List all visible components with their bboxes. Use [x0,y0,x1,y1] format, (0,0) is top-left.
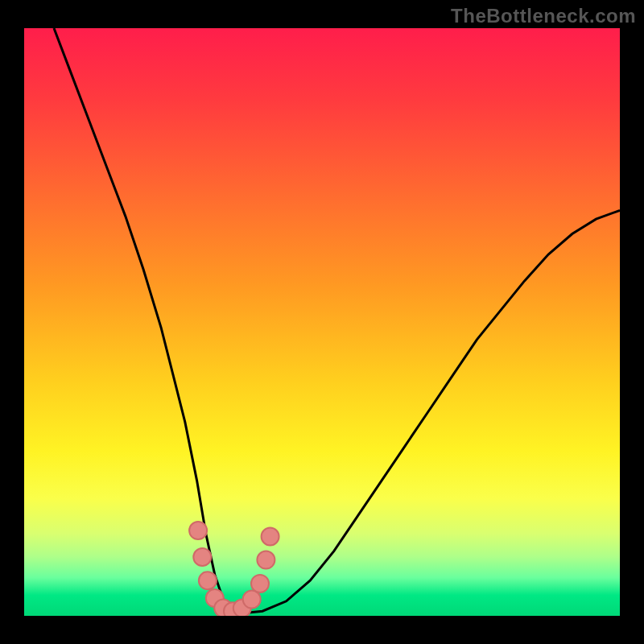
watermark-text: TheBottleneck.com [451,5,636,27]
marker-dot [189,522,207,539]
chart-plot-area [24,28,620,616]
outer-frame: TheBottleneck.com [0,0,644,644]
chart-svg [24,28,620,616]
marker-dot [257,551,275,569]
gradient-background [24,28,620,616]
marker-dot [193,548,211,566]
marker-dot [251,575,269,592]
marker-dot [243,591,261,609]
marker-dot [262,528,279,546]
marker-dot [199,572,217,589]
